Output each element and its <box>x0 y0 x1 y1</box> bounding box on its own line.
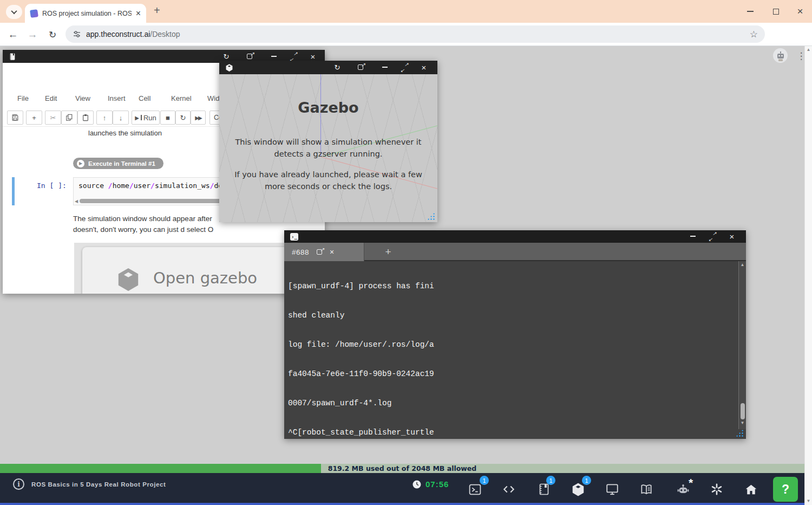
paragraph-line: The simulation window should appear afte… <box>73 215 212 223</box>
gazebo-titlebar[interactable]: ↻ × <box>219 61 437 74</box>
terminal-window: ›_ × #688 × + [spawn_urdf-4] process has… <box>284 230 746 439</box>
taskbar-terminal-button[interactable] <box>468 482 482 496</box>
taskbar-bottom-accent <box>0 503 804 505</box>
page-scrollbar[interactable]: ▲ ▼ <box>804 46 812 505</box>
profile-avatar[interactable] <box>773 48 788 63</box>
scroll-left-icon[interactable]: ◀ <box>75 199 78 204</box>
gazebo-badge: 1 <box>582 476 591 485</box>
resize-handle[interactable] <box>736 429 743 437</box>
move-cell-down-button[interactable]: ↓ <box>113 111 129 125</box>
menu-file[interactable]: File <box>17 94 29 102</box>
clock-icon <box>412 480 421 489</box>
scroll-down-icon[interactable]: ▼ <box>739 420 746 425</box>
copy-cell-button[interactable] <box>61 111 77 125</box>
restart-run-all-button[interactable]: ▶▶ <box>191 111 206 125</box>
run-cell-button[interactable]: ▶Run <box>132 111 160 125</box>
open-in-new-icon <box>358 64 363 70</box>
help-button[interactable]: ? <box>773 477 798 502</box>
site-settings-icon[interactable] <box>73 30 81 38</box>
monitor-icon <box>605 482 619 496</box>
restart-kernel-button[interactable]: ↻ <box>175 111 191 125</box>
menu-insert[interactable]: Insert <box>108 94 126 102</box>
minimize-button[interactable] <box>377 61 392 74</box>
copy-icon <box>66 114 73 121</box>
play-icon: ▶ <box>77 160 84 167</box>
bookmark-star-icon[interactable]: ☆ <box>750 29 758 40</box>
close-tab-icon[interactable]: × <box>330 248 334 256</box>
stop-kernel-button[interactable]: ■ <box>160 111 175 125</box>
paste-cell-button[interactable] <box>77 111 94 125</box>
window-close-button[interactable]: × <box>794 6 807 17</box>
save-button[interactable] <box>7 111 23 125</box>
terminal-scrollbar[interactable]: ▲ ▼ <box>738 261 746 429</box>
terminal-titlebar[interactable]: ›_ × <box>284 230 746 243</box>
new-tab-button[interactable]: + <box>154 4 160 17</box>
gazebo-message: This window will show a simulation whene… <box>227 136 430 160</box>
maximize-icon <box>290 53 297 60</box>
url-text[interactable]: app.theconstruct.ai/Desktop <box>86 30 180 38</box>
open-in-new-button[interactable] <box>353 61 368 74</box>
chevron-down-icon <box>11 8 17 14</box>
tab-title: ROS project simulation - ROS B <box>42 10 132 17</box>
close-tab-icon[interactable]: × <box>136 9 141 18</box>
address-bar[interactable]: app.theconstruct.ai/Desktop ☆ <box>66 25 765 43</box>
terminal-tab[interactable]: #688 × <box>284 243 364 261</box>
close-button[interactable]: × <box>724 230 739 243</box>
site-favicon <box>30 9 38 18</box>
taskbar-screen-button[interactable] <box>605 482 619 496</box>
minimize-icon <box>747 11 754 12</box>
scroll-up-icon[interactable]: ▲ <box>739 262 746 267</box>
close-button[interactable]: × <box>416 61 431 74</box>
memory-usage-label: 819.2 MB used out of 2048 MB allowed <box>328 464 477 472</box>
open-in-new-icon[interactable] <box>317 249 322 255</box>
scrollbar-thumb[interactable] <box>741 403 745 419</box>
notebook-icon <box>9 53 16 61</box>
scroll-down-icon[interactable]: ▼ <box>805 498 812 503</box>
reload-button[interactable]: ↻ <box>45 28 60 42</box>
maximize-button[interactable] <box>397 61 412 74</box>
maximize-icon <box>709 233 716 240</box>
terminal-line: fa4045a-7e6e-11f0-90b9-0242ac19 <box>288 369 490 379</box>
window-minimize-button[interactable] <box>744 6 757 17</box>
taskbar-code-button[interactable] <box>502 482 516 496</box>
browser-menu-button[interactable]: ⋮ <box>795 50 808 62</box>
add-cell-button[interactable]: + <box>26 111 42 125</box>
execute-in-terminal-button[interactable]: ▶ Execute in Terminal #1 <box>73 158 163 169</box>
terminal-icon <box>468 483 482 496</box>
gazebo-window: ↻ × Gazebo This window will show a simul… <box>219 61 437 222</box>
window-maximize-button[interactable] <box>769 6 782 17</box>
taskbar-home-button[interactable] <box>744 482 758 496</box>
save-icon <box>11 114 19 121</box>
info-icon[interactable]: i <box>13 478 24 490</box>
back-button[interactable]: ← <box>6 28 20 42</box>
terminal-line: shed cleanly <box>288 310 490 320</box>
notebook-icon <box>538 483 551 496</box>
forward-button[interactable]: → <box>25 28 40 42</box>
terminal-tabbar: #688 × + <box>284 243 746 261</box>
avatar-robot-image <box>774 49 788 63</box>
move-cell-up-button[interactable]: ↑ <box>96 111 113 125</box>
cut-cell-button[interactable]: ✂ <box>45 111 61 125</box>
openai-icon <box>710 482 724 496</box>
open-gazebo-label: Open gazebo <box>153 269 257 287</box>
markdown-text: launches the simulation <box>88 129 162 137</box>
menu-edit[interactable]: Edit <box>45 94 57 102</box>
tab-search-button[interactable] <box>6 5 22 19</box>
gazebo-message: If you have already launched, please wai… <box>227 169 430 192</box>
browser-toolbar: ← → ↻ app.theconstruct.ai/Desktop ☆ ⋮ <box>0 23 812 46</box>
menu-view[interactable]: View <box>75 94 90 102</box>
taskbar-gazebo-button[interactable] <box>571 482 585 496</box>
browser-tab[interactable]: ROS project simulation - ROS B × <box>25 4 146 23</box>
new-terminal-tab-button[interactable]: + <box>381 244 396 260</box>
taskbar-docs-button[interactable] <box>639 482 653 496</box>
gazebo-cube-icon <box>225 63 233 72</box>
terminal-output[interactable]: [spawn_urdf-4] process has fini shed cle… <box>284 261 746 439</box>
resize-handle[interactable] <box>427 212 435 220</box>
maximize-button[interactable] <box>705 230 720 243</box>
menu-cell[interactable]: Cell <box>139 94 150 102</box>
refresh-button[interactable]: ↻ <box>330 61 345 74</box>
taskbar-ai-button[interactable] <box>710 482 724 496</box>
menu-kernel[interactable]: Kernel <box>171 94 192 102</box>
maximize-icon <box>401 64 408 71</box>
minimize-button[interactable] <box>685 230 700 243</box>
